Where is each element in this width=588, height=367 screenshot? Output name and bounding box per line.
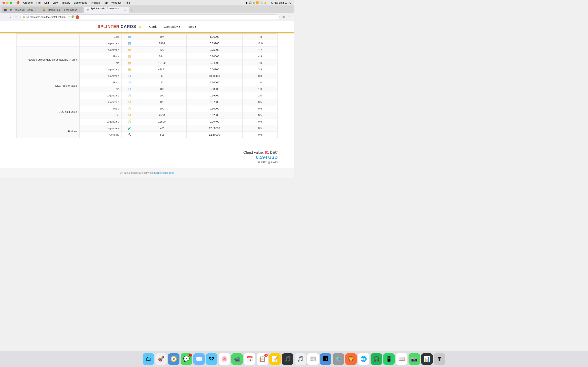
- tab-grid-button[interactable]: ⊞: [281, 15, 286, 19]
- icon-cell: ▦: [122, 60, 138, 66]
- type-cell: Legendary: [80, 118, 122, 125]
- bookmark-icon[interactable]: ☆: [68, 15, 70, 19]
- category-cell: DEC gold value: [17, 99, 80, 125]
- back-button[interactable]: ‹: [2, 15, 7, 19]
- site-logo: SPLINTERCARDS 🌙: [98, 24, 141, 29]
- number-cell: 500: [138, 92, 186, 99]
- nav-cards[interactable]: Cards: [149, 25, 157, 28]
- tab-favicon: 🦁: [43, 8, 45, 11]
- menu-profiles[interactable]: Profiles: [91, 1, 100, 4]
- number-cell: 10100: [138, 60, 186, 66]
- menu-help[interactable]: Help: [125, 1, 130, 4]
- tab-label: Publish Post — LeoFinance: [47, 8, 77, 11]
- url-bar[interactable]: 🔒 splintercards.com/tool-lootchest.html …: [20, 15, 280, 20]
- traffic-lights[interactable]: [2, 2, 12, 4]
- tab-label: Splintercards | A complete co…: [91, 7, 122, 13]
- tab-leofinance[interactable]: 🦁 Publish Post — LeoFinance ✕: [40, 7, 84, 13]
- type-cell: Epic: [80, 34, 122, 40]
- menu-bookmarks[interactable]: Bookmarks: [74, 1, 87, 4]
- close-button[interactable]: [2, 2, 5, 4]
- category-cell: DEC regular value: [17, 73, 80, 99]
- website-content: SPLINTERCARDS 🌙 Cards Gameplay ▾ Tools ▾…: [0, 21, 294, 178]
- loot-table: Epic▦5971.960007.8Legendary▦28140.392001…: [16, 33, 278, 138]
- logo-part1: SPLINTER: [98, 24, 120, 29]
- value-cell: 12.50000: [186, 125, 242, 132]
- menu-tab[interactable]: Tab: [103, 1, 108, 4]
- nav-gameplay[interactable]: Gameplay ▾: [164, 25, 180, 29]
- menu-chrome[interactable]: Chrome: [23, 1, 33, 4]
- chevron-down-icon: ▾: [179, 25, 180, 29]
- category-cell: Potions: [17, 125, 80, 138]
- tab-close[interactable]: ✕: [124, 8, 126, 11]
- icon-cell: ▦: [122, 40, 138, 47]
- titlebar-right: ⏺ 🎧 🔋 📶 🔍 🔔 Thu Nov 18 2:13 PM: [245, 1, 292, 4]
- last-cell: 0.5: [242, 125, 278, 132]
- icon-cell: 🧪: [122, 125, 138, 132]
- icon-cell: ⬡: [122, 112, 138, 118]
- lock-icon: 🔒: [23, 16, 25, 18]
- icon-cell: ⬡: [122, 73, 138, 79]
- menu-file[interactable]: File: [36, 1, 41, 4]
- number-cell: 5.2: [138, 132, 186, 138]
- type-cell: Legendary: [80, 66, 122, 73]
- type-cell: Rare: [80, 79, 122, 86]
- table-row: Reward edition gold cards actually in pr…: [17, 47, 278, 53]
- menu-edit[interactable]: Edit: [44, 1, 49, 4]
- last-cell: 4.0: [242, 60, 278, 66]
- tabbar: 🅿 Rob – @rob23 | PeakD ✕ 🦁 Publish Post …: [0, 6, 294, 13]
- last-cell: 11.0: [242, 40, 278, 47]
- table-container: Epic▦5971.960007.8Legendary▦28140.392001…: [0, 33, 294, 146]
- minimize-button[interactable]: [6, 2, 9, 4]
- value-cell: 0.39200: [186, 40, 242, 47]
- extensions-icon[interactable]: 🧩: [71, 15, 74, 19]
- number-cell: 5: [138, 73, 186, 79]
- more-button[interactable]: ⋮: [287, 15, 292, 19]
- nav-links: Cards Gameplay ▾ Tools ▾: [149, 25, 196, 29]
- number-cell: 125: [138, 99, 186, 105]
- type-cell: Common: [80, 47, 122, 53]
- icon-cell: ⬡: [122, 118, 138, 125]
- last-cell: 0.5: [242, 105, 278, 112]
- tab-splintercards[interactable]: 🃏 Splintercards | A complete co… ✕: [84, 7, 129, 13]
- last-cell: 3.8: [242, 66, 278, 73]
- type-cell: Rare: [80, 53, 122, 60]
- fullscreen-button[interactable]: [10, 2, 12, 4]
- type-cell: Legendary: [80, 40, 122, 47]
- dark-mode-icon[interactable]: 🌙: [138, 25, 141, 28]
- value-cell: 0.75200: [186, 47, 242, 53]
- tab-close[interactable]: ✕: [78, 8, 81, 11]
- value-cell: 12.50000: [186, 132, 242, 138]
- last-cell: 1.0: [242, 79, 278, 86]
- menu-window[interactable]: Window: [111, 1, 121, 4]
- menu-apple[interactable]: 🍎: [16, 1, 20, 4]
- type-cell: Epic: [80, 112, 122, 118]
- splinterlands-link[interactable]: Splinterlands.com: [154, 171, 173, 174]
- value-cell: 1.96000: [186, 34, 242, 40]
- value-cell: 0.04000: [186, 60, 242, 66]
- new-tab-button[interactable]: +: [129, 8, 134, 13]
- forward-button[interactable]: ›: [8, 15, 13, 19]
- system-icons: ⏺ 🎧 🔋 📶 🔍 🔔: [245, 1, 267, 4]
- type-cell: Common: [80, 99, 122, 105]
- tab-peakd[interactable]: 🅿 Rob – @rob23 | PeakD ✕: [2, 7, 40, 13]
- number-cell: 597: [138, 34, 186, 40]
- icon-cell: ⬡: [122, 79, 138, 86]
- tab-favicon: 🃏: [86, 8, 89, 11]
- menu-history[interactable]: History: [62, 1, 70, 4]
- number-cell: 100: [138, 86, 186, 92]
- last-cell: 0.5: [242, 99, 278, 105]
- account-icon[interactable]: R: [76, 15, 79, 19]
- logo-part2: CARDS: [121, 24, 136, 29]
- nav-tools[interactable]: Tools ▾: [187, 25, 196, 29]
- addressbar: ‹ › ↻ 🔒 splintercards.com/tool-lootchest…: [0, 13, 294, 21]
- number-cell: 20: [138, 79, 186, 86]
- tab-close[interactable]: ✕: [34, 8, 37, 11]
- menu-view[interactable]: View: [53, 1, 58, 4]
- chest-value-dec-line: Chest value: 61 DEC: [16, 150, 278, 155]
- reload-button[interactable]: ↻: [14, 15, 19, 19]
- type-cell: Epic: [80, 60, 122, 66]
- type-cell: Legendary: [80, 125, 122, 132]
- icon-cell: ▦: [122, 66, 138, 73]
- site-footer: All info & images are copyright Splinter…: [0, 168, 294, 178]
- last-cell: 0.9: [242, 73, 278, 79]
